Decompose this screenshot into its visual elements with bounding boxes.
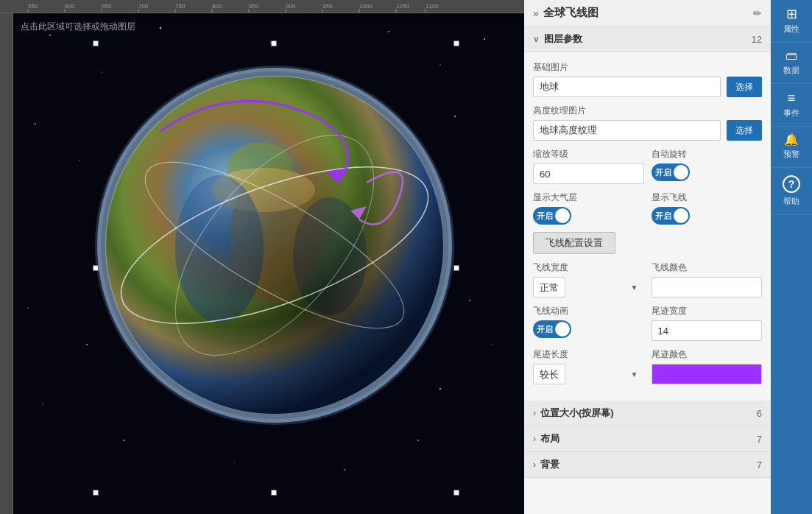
field-show-atmosphere: 显示大气层 开启 [533, 191, 644, 225]
properties-label: 属性 [783, 24, 799, 35]
sidebar-item-properties[interactable]: ⊞ 属性 [771, 0, 812, 43]
flightline-toggle[interactable]: 开启 [652, 207, 690, 225]
height-texture-select-btn[interactable]: 选择 [727, 120, 762, 141]
properties-icon: ⊞ [786, 7, 797, 21]
tail-length-arrow: ▼ [631, 370, 638, 379]
flightline-knob [674, 208, 688, 223]
atmosphere-toggle-wrap: 开启 [533, 207, 644, 225]
section-count-layout: 7 [757, 434, 762, 445]
auto-rotate-toggle[interactable]: 开启 [652, 163, 690, 181]
sidebar-item-data[interactable]: 🗃 数据 [771, 43, 812, 84]
field-flightline-width: 飞线宽度 正常 细 粗 ▼ [533, 261, 644, 298]
selection-handle-mr[interactable] [453, 265, 459, 271]
canvas-content[interactable]: 点击此区域可选择或拖动图层 [13, 13, 524, 514]
panel-edit-icon[interactable]: ✏ [753, 7, 762, 19]
selection-handle-ml[interactable] [93, 265, 99, 271]
section-title-background: 背景 [540, 458, 752, 471]
section-title-layer: 图层参数 [544, 32, 747, 46]
show-flightline-label: 显示飞线 [652, 191, 763, 204]
panel-collapse-icon[interactable]: » [533, 7, 539, 19]
height-texture-input[interactable] [533, 120, 721, 141]
section-background: › 背景 7 [524, 452, 771, 478]
field-flightline-animation: 飞线动画 开启 [533, 305, 644, 341]
section-layer-params: ∨ 图层参数 12 基础图片 选择 高度纹理图片 [524, 27, 771, 401]
field-tail-color: 尾迹颜色 [652, 348, 763, 384]
animation-knob [555, 322, 570, 337]
width-color-row: 飞线宽度 正常 细 粗 ▼ 飞线颜色 [533, 261, 762, 298]
alerts-label: 预警 [783, 149, 799, 160]
section-background-header[interactable]: › 背景 7 [524, 452, 771, 478]
section-title-layout: 布局 [540, 432, 752, 446]
atmosphere-on-label: 开启 [537, 211, 553, 222]
base-image-label: 基础图片 [533, 61, 762, 74]
ruler-marks [13, 0, 524, 13]
section-count-layer: 12 [752, 34, 762, 45]
field-flightline-color: 飞线颜色 [652, 261, 763, 298]
animation-on-label: 开启 [537, 324, 553, 335]
atmosphere-toggle[interactable]: 开启 [533, 207, 571, 225]
help-label: 帮助 [783, 196, 799, 207]
animation-toggle[interactable]: 开启 [533, 320, 571, 338]
globe-svg [87, 35, 462, 492]
height-texture-label: 高度纹理图片 [533, 105, 762, 117]
height-texture-row: 选择 [533, 120, 762, 141]
selection-handle-br[interactable] [453, 490, 459, 496]
panel-header: » 全球飞线图 ✏ [524, 0, 771, 27]
field-show-flightline: 显示飞线 开启 [652, 191, 763, 225]
animation-tailwidth-row: 飞线动画 开启 尾迹宽度 [533, 305, 762, 341]
section-count-background: 7 [757, 460, 762, 471]
tail-width-input[interactable] [652, 320, 763, 341]
flight-config-btn[interactable]: 飞线配置设置 [533, 232, 615, 254]
section-position: › 位置大小(按屏幕) 6 [524, 401, 771, 426]
selection-handle-bl[interactable] [93, 490, 99, 496]
selection-handle-bm[interactable] [271, 490, 277, 496]
section-arrow-position: › [533, 408, 536, 418]
section-layer-params-body: 基础图片 选择 高度纹理图片 选择 [524, 52, 771, 401]
data-icon: 🗃 [785, 50, 797, 62]
tail-color-label: 尾迹颜色 [652, 348, 763, 361]
section-arrow-layer: ∨ [533, 34, 540, 44]
tail-color-swatch[interactable] [652, 364, 763, 384]
canvas-area: 550 600 650 700 750 800 850 900 950 1000… [0, 0, 524, 514]
ruler-top: 550 600 650 700 750 800 850 900 950 1000… [0, 0, 524, 13]
zoom-input[interactable] [533, 163, 644, 184]
section-position-header[interactable]: › 位置大小(按屏幕) 6 [524, 401, 771, 426]
svg-point-18 [388, 31, 389, 32]
base-image-input[interactable] [533, 77, 721, 97]
section-title-position: 位置大小(按屏幕) [540, 406, 752, 420]
ruler-left [0, 13, 13, 514]
width-select-arrow: ▼ [631, 284, 638, 292]
selection-handle-tm[interactable] [271, 41, 277, 46]
auto-rotate-label: 自动旋转 [652, 148, 763, 161]
sidebar-item-events[interactable]: ≡ 事件 [771, 84, 812, 127]
section-arrow-layout: › [533, 434, 536, 444]
base-image-select-btn[interactable]: 选择 [727, 77, 762, 97]
section-layout-header[interactable]: › 布局 7 [524, 426, 771, 452]
flightline-width-select-wrap: 正常 细 粗 ▼ [533, 277, 644, 298]
svg-point-14 [160, 27, 161, 29]
flightline-width-select[interactable]: 正常 细 粗 [533, 277, 565, 298]
tail-length-select[interactable]: 较长 短 中 长 [533, 364, 565, 384]
svg-point-27 [491, 344, 492, 345]
section-count-position: 6 [757, 408, 762, 419]
tail-length-label: 尾迹长度 [533, 348, 644, 361]
selection-handle-tr[interactable] [453, 41, 459, 46]
auto-rotate-knob [674, 165, 688, 180]
flightline-width-label: 飞线宽度 [533, 261, 644, 274]
field-zoom: 缩放等级 [533, 148, 644, 184]
atmosphere-flightline-row: 显示大气层 开启 显示飞线 开启 [533, 191, 762, 225]
sidebar-item-help[interactable]: ? 帮助 [771, 168, 812, 215]
alerts-icon: 🔔 [784, 134, 799, 146]
flightline-color-swatch[interactable] [652, 277, 763, 298]
selection-handle-tl[interactable] [93, 41, 99, 46]
svg-point-20 [484, 38, 485, 40]
section-layer-params-header[interactable]: ∨ 图层参数 12 [524, 27, 771, 52]
flightline-toggle-wrap: 开启 [652, 207, 763, 225]
field-tail-length: 尾迹长度 较长 短 中 长 ▼ [533, 348, 644, 384]
auto-rotate-toggle-wrap: 开启 [652, 163, 763, 181]
svg-point-24 [27, 307, 29, 309]
sidebar-item-alerts[interactable]: 🔔 预警 [771, 127, 812, 168]
section-arrow-background: › [533, 460, 536, 470]
field-base-image: 基础图片 选择 [533, 61, 762, 97]
flightline-color-label: 飞线颜色 [652, 261, 763, 274]
